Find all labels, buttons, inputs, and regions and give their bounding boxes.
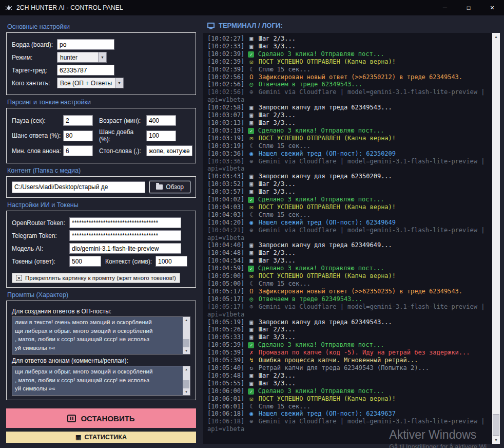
step-icon: ▣ xyxy=(248,326,255,333)
log-line: [10:05:39] ↯ Ошибка процесса капчи. Мгно… xyxy=(207,357,491,364)
minimize-button[interactable]: ─ xyxy=(433,0,457,15)
age-input[interactable] xyxy=(146,115,176,126)
telegram-token-input[interactable] xyxy=(69,230,181,241)
log-line: [10:06:01] ✉ ПОСТ УСПЕШНО ОТПРАВЛЕН (Кап… xyxy=(207,395,491,403)
mode-select[interactable]: hunter ▼ xyxy=(57,52,107,63)
section-title-parsing: Парсинг и тонкие настройки xyxy=(7,99,196,106)
doeb-chance-input[interactable] xyxy=(146,130,176,141)
log-timestamp: [10:03:43] xyxy=(207,173,244,180)
success-icon: ✓ xyxy=(248,128,254,134)
log-line: [10:05:17] Ω Зафиксирован новый ответ (>… xyxy=(207,288,491,295)
log-message: Сплю 15 сек... xyxy=(259,142,311,150)
log-message: Запросил капчу для треда 62349649... xyxy=(259,241,392,249)
step-icon: ▣ xyxy=(248,180,255,188)
log-message: Нашел свежий тред (ОП-пост): 62350209 xyxy=(259,150,396,157)
log-timestamp: [10:03:13] xyxy=(207,119,244,126)
log-timestamp: [10:05:55] xyxy=(207,380,244,387)
scroll-down-icon[interactable]: ▼ xyxy=(183,389,190,395)
scroll-up-icon[interactable]: ▲ xyxy=(492,33,500,41)
log-timestamp: [10:03:07] xyxy=(207,111,244,119)
terminal-panel: ТЕРМИНАЛ / ЛОГИ: [10:02:27] ▣ Шаг 2/3...… xyxy=(201,15,504,448)
log-message: Сделано 3 клика! Отправляю пост... xyxy=(258,50,384,58)
log-line: [10:03:07] ▣ Шаг 2/3... xyxy=(207,111,491,119)
attach-image-checkbox[interactable]: ✕ Прикреплять картинку к промпту (жрет м… xyxy=(12,273,180,283)
app-icon xyxy=(5,4,12,11)
log-timestamp: [10:03:19] xyxy=(207,135,244,142)
age-label: Возраст (мин): xyxy=(99,117,146,124)
terminal-scrollbar[interactable]: ▲ ▼ xyxy=(492,33,500,444)
chart-icon: ▦ xyxy=(75,434,81,440)
op-prompt-textarea[interactable]: лики в тексте! очень много эмоций и оско… xyxy=(12,317,183,354)
log-line: [10:03:36] ◉ Нашел свежий тред (ОП-пост)… xyxy=(207,150,491,158)
log-message: Запросил капчу для треда 62349543... xyxy=(259,104,392,111)
min-words-input[interactable] xyxy=(63,145,93,156)
anon-prompt-scrollbar[interactable]: ▲ ▼ xyxy=(183,366,190,395)
log-line: [10:04:20] ◉ Нашел свежий тред (ОП-пост)… xyxy=(207,219,491,227)
media-path-input[interactable] xyxy=(12,181,145,193)
reply-chance-input[interactable] xyxy=(63,130,93,141)
op-prompt-scrollbar[interactable]: ▲ ▼ xyxy=(183,317,190,354)
scroll-down-icon[interactable]: ▼ xyxy=(183,348,190,354)
settings-panel: Основные настройки Борда (board): Режим:… xyxy=(0,15,201,448)
log-timestamp: [10:05:17] xyxy=(207,288,244,295)
op-prompt-label: Для создания ответов в ОП-посты: xyxy=(12,308,190,315)
log-timestamp: [10:03:36] xyxy=(207,150,244,157)
log-message: Отвечаем в треде 62349543... xyxy=(259,81,362,88)
notify-icon: Ω xyxy=(248,73,255,81)
maximize-button[interactable]: □ xyxy=(457,0,480,15)
captcha-icon: ▣ xyxy=(248,104,255,111)
scroll-up-icon[interactable]: ▲ xyxy=(183,366,190,372)
log-line: [10:02:56] Ω Зафиксирован новый ответ (>… xyxy=(207,73,491,81)
pause-input[interactable] xyxy=(63,115,93,126)
step-icon: ▣ xyxy=(248,119,255,127)
log-message: Сплю 15 сек... xyxy=(259,403,311,410)
chevron-down-icon[interactable]: ▼ xyxy=(115,78,123,88)
min-words-label: Мин. слов анона: xyxy=(12,147,63,155)
chevron-down-icon[interactable]: ▼ xyxy=(98,52,106,62)
log-line: [10:02:58] ▣ Запросил капчу для треда 62… xyxy=(207,104,491,111)
title-bar: 2CH HUNTER AI - CONTROL PANEL ─ □ ✕ xyxy=(0,0,504,15)
close-button[interactable]: ✕ xyxy=(480,0,504,15)
statistics-button[interactable]: ▦ СТАТИСТИКА xyxy=(6,432,196,443)
tokens-input[interactable] xyxy=(69,256,101,267)
log-line: [10:05:19] ▣ Запросил капчу для треда 62… xyxy=(207,319,491,326)
target-thread-input[interactable] xyxy=(57,65,114,76)
model-input[interactable] xyxy=(69,243,181,254)
sent-icon: ✉ xyxy=(248,272,255,280)
openrouter-token-input[interactable] xyxy=(69,217,181,228)
stop-button[interactable]: ОСТАНОВИТЬ xyxy=(6,408,196,428)
sleep-icon: ☾ xyxy=(248,142,255,150)
sent-icon: ✉ xyxy=(248,395,255,403)
log-timestamp: [10:02:39] xyxy=(207,58,244,65)
anon-prompt-textarea[interactable]: щи либерах и обрыг. много эмоций и оскор… xyxy=(12,366,183,395)
log-line: [10:05:40] ↻ Ретрай капчи для треда 6234… xyxy=(207,364,491,372)
log-message: Шаг 3/3... xyxy=(259,188,296,195)
log-message: Шаг 3/3... xyxy=(259,43,296,50)
log-timestamp: [10:04:59] xyxy=(207,265,244,272)
browse-label: Обзор xyxy=(166,183,184,191)
sleep-icon: ☾ xyxy=(248,280,255,288)
log-message: Шаг 2/3... xyxy=(259,372,296,379)
anon-prompt-label: Для ответов анонам (комменты/реплаи): xyxy=(12,357,190,364)
terminal-log: [10:02:27] ▣ Шаг 2/3...[10:02:33] ▣ Шаг … xyxy=(203,33,492,444)
hunt-mode-select[interactable]: Все (ОП + Ответы ▼ xyxy=(57,78,124,88)
log-line: [10:04:48] ▣ Шаг 2/3... xyxy=(207,249,491,257)
log-message: Запросил капчу для треда 62349543... xyxy=(259,319,392,326)
log-line: [10:04:03] ✉ ПОСТ УСПЕШНО ОТПРАВЛЕН (Кап… xyxy=(207,203,491,211)
statistics-label: СТАТИСТИКА xyxy=(84,434,127,441)
section-title-content: Контент (Папка с медиа) xyxy=(7,167,196,174)
stop-words-input[interactable] xyxy=(146,145,192,156)
context-input[interactable] xyxy=(156,256,187,267)
log-line: [10:02:39] ✓ Сделано 3 клика! Отправляю … xyxy=(207,50,491,58)
scroll-down-icon[interactable]: ▼ xyxy=(492,436,500,444)
telegram-label: Telegram Token: xyxy=(12,232,69,239)
browse-button[interactable]: Обзор xyxy=(149,181,190,193)
scroll-up-icon[interactable]: ▲ xyxy=(183,317,190,323)
captcha-icon: ▣ xyxy=(248,241,255,249)
scroll-thumb[interactable] xyxy=(183,380,189,388)
log-line: [10:06:18] ◉ Нашел свежий тред (ОП-пост)… xyxy=(207,410,491,418)
scroll-thumb[interactable] xyxy=(183,339,189,347)
board-input[interactable] xyxy=(57,39,114,50)
log-timestamp: [10:04:03] xyxy=(207,203,244,211)
scroll-thumb[interactable] xyxy=(493,414,499,436)
